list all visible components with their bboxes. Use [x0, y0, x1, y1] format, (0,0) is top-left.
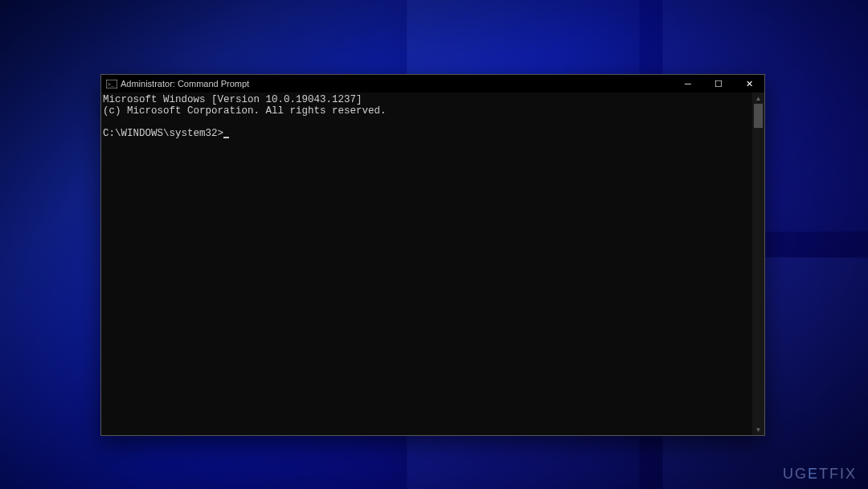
watermark-accent: E	[808, 466, 819, 482]
watermark-suffix: TFIX	[819, 466, 857, 482]
minimize-icon: ─	[685, 79, 691, 88]
scroll-thumb[interactable]	[754, 104, 763, 128]
maximize-icon: ☐	[714, 79, 723, 89]
terminal-cursor	[223, 137, 229, 138]
vertical-scrollbar[interactable]: ▲ ▼	[752, 92, 764, 435]
minimize-button[interactable]: ─	[673, 75, 703, 92]
terminal-area: Microsoft Windows [Version 10.0.19043.12…	[101, 92, 764, 435]
scroll-track[interactable]	[752, 104, 764, 424]
terminal-line-version: Microsoft Windows [Version 10.0.19043.12…	[103, 94, 362, 105]
window-title: Administrator: Command Prompt	[121, 79, 249, 88]
close-button[interactable]: ✕	[734, 75, 764, 92]
chevron-down-icon: ▼	[755, 426, 762, 434]
cmd-icon: >_	[106, 79, 117, 88]
terminal-output[interactable]: Microsoft Windows [Version 10.0.19043.12…	[101, 92, 752, 435]
chevron-up-icon: ▲	[755, 95, 762, 102]
titlebar[interactable]: >_ Administrator: Command Prompt ─ ☐ ✕	[101, 75, 764, 92]
close-icon: ✕	[746, 79, 753, 89]
scroll-up-button[interactable]: ▲	[752, 92, 764, 104]
terminal-line-copyright: (c) Microsoft Corporation. All rights re…	[103, 105, 387, 117]
command-prompt-window: >_ Administrator: Command Prompt ─ ☐ ✕ M…	[100, 74, 765, 436]
svg-text:>_: >_	[108, 81, 114, 88]
watermark-logo: UGETFIX	[783, 466, 857, 483]
watermark-prefix: UG	[783, 466, 808, 482]
terminal-prompt: C:\WINDOWS\system32>	[103, 128, 223, 139]
scroll-down-button[interactable]: ▼	[752, 424, 764, 435]
maximize-button[interactable]: ☐	[703, 75, 734, 92]
